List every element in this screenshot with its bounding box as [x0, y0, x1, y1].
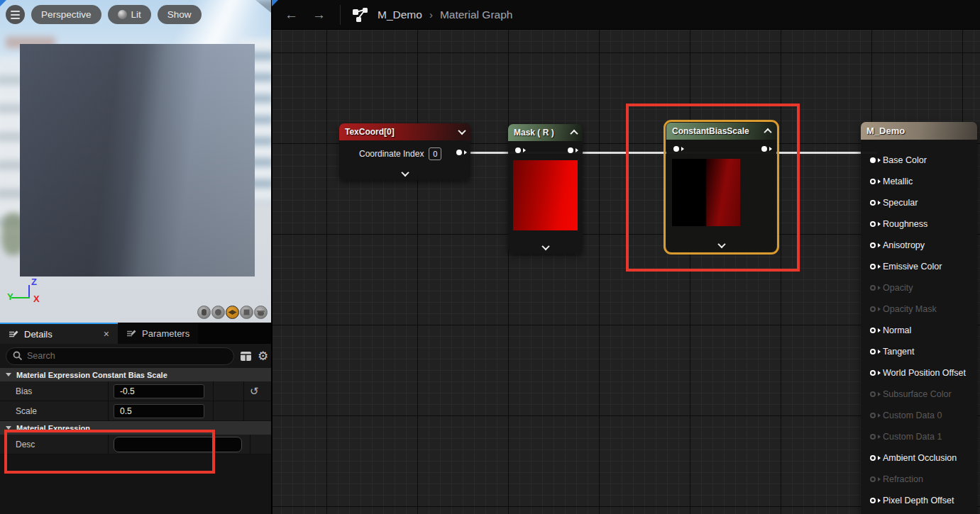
close-tab-icon[interactable]: ×	[104, 328, 109, 340]
coordinate-index-input[interactable]: 0	[429, 147, 441, 160]
material-input-pin[interactable]	[870, 328, 876, 333]
viewport-toolbar: Perspective Lit Show	[6, 5, 202, 24]
material-preview-viewport[interactable]: Perspective Lit Show Z Y X	[0, 0, 272, 323]
search-box[interactable]	[6, 347, 234, 365]
mask-output-pin[interactable]	[568, 147, 573, 153]
bias-input[interactable]	[114, 384, 204, 398]
mask-node-header[interactable]: Mask ( R )	[508, 124, 583, 141]
section-header-material-expression[interactable]: Material Expression	[0, 421, 272, 435]
material-output-pin-row: Emissive Color	[870, 256, 977, 277]
result-node-header[interactable]: M_Demo	[861, 122, 977, 140]
cbs-output-pin[interactable]	[761, 146, 767, 152]
material-input-pin[interactable]	[870, 455, 876, 461]
axis-z-label: Z	[31, 276, 37, 287]
material-input-pin[interactable]	[870, 349, 876, 354]
material-output-pin-row: World Position Offset	[870, 362, 977, 384]
viewport-menu-button[interactable]	[6, 5, 25, 24]
material-graph-icon	[352, 7, 369, 23]
node-texcoord[interactable]: TexCoord[0] Coordinate Index 0	[339, 123, 470, 180]
material-output-pin-row: Normal	[870, 320, 977, 341]
node-constant-bias-scale[interactable]: ConstantBiasScale	[666, 123, 776, 252]
view-options-icon[interactable]	[240, 351, 252, 362]
node-material-result[interactable]: M_Demo Base Color Metallic	[861, 122, 977, 514]
axis-x-label: X	[33, 294, 40, 304]
material-input-pin[interactable]	[870, 200, 876, 206]
material-output-pin-row: Opacity Mask	[870, 298, 977, 320]
material-input-pin[interactable]	[870, 264, 876, 269]
material-input-pin[interactable]	[870, 434, 876, 440]
material-input-pin[interactable]	[870, 476, 876, 482]
tab-details[interactable]: Details ×	[0, 323, 118, 344]
panel-divider[interactable]	[271, 0, 272, 514]
cbs-input-pin[interactable]	[673, 146, 679, 152]
preview-shape-cube-button[interactable]	[240, 306, 253, 319]
details-panel: Details × Parameters ⚙ Mate	[0, 323, 272, 514]
cbs-node-header[interactable]: ConstantBiasScale	[666, 123, 776, 140]
material-input-pin[interactable]	[870, 242, 876, 248]
result-node-pins: Base Color Metallic Specular Rou	[861, 140, 977, 514]
material-input-pin[interactable]	[870, 498, 876, 503]
desc-row: Desc	[0, 435, 272, 454]
material-input-pin[interactable]	[870, 391, 876, 397]
texcoord-output-pin[interactable]	[456, 150, 462, 155]
axis-y-label: Y	[7, 291, 13, 302]
mask-node-preview	[513, 160, 578, 230]
material-input-pin[interactable]	[870, 306, 876, 312]
material-output-pin-row: Opacity	[870, 277, 977, 298]
node-mask[interactable]: Mask ( R )	[508, 124, 583, 254]
preview-shape-sphere-button[interactable]	[211, 306, 225, 319]
perspective-button[interactable]: Perspective	[31, 5, 101, 24]
material-input-pin[interactable]	[870, 370, 876, 376]
section-header-constant-bias-scale[interactable]: Material Expression Constant Bias Scale	[0, 368, 272, 381]
preview-shape-teapot-button[interactable]	[254, 306, 268, 319]
search-icon	[13, 351, 23, 361]
reset-to-default-icon[interactable]: ↺	[250, 385, 259, 398]
chevron-down-icon[interactable]	[541, 242, 549, 250]
material-output-pin-row: Shading Model	[870, 511, 977, 514]
chevron-down-icon[interactable]	[458, 127, 466, 135]
tab-parameters[interactable]: Parameters	[118, 323, 198, 344]
details-body: Material Expression Constant Bias Scale …	[0, 368, 272, 514]
material-input-pin[interactable]	[870, 285, 876, 291]
cbs-node-preview	[672, 159, 740, 226]
details-tab-bar: Details × Parameters	[0, 323, 272, 344]
material-graph-canvas[interactable]: TexCoord[0] Coordinate Index 0 Mask ( R …	[272, 30, 980, 514]
settings-gear-icon[interactable]: ⚙	[258, 350, 268, 362]
chevron-down-icon[interactable]	[401, 169, 409, 177]
show-button[interactable]: Show	[158, 5, 202, 24]
breadcrumb-page[interactable]: Material Graph	[440, 9, 513, 21]
material-input-pin[interactable]	[870, 413, 876, 418]
material-output-pin-row: Subsurface Color	[870, 384, 977, 405]
active-tab-corner-indicator	[272, 0, 278, 6]
section-expander-icon	[6, 426, 11, 430]
details-search-row: ⚙	[0, 344, 272, 368]
scale-input[interactable]	[114, 404, 204, 418]
material-output-pin-row: Metallic	[870, 171, 977, 192]
chevron-down-icon[interactable]	[717, 240, 725, 248]
material-output-pin-row: Ambient Occlusion	[870, 447, 977, 469]
lit-mode-button[interactable]: Lit	[108, 5, 151, 24]
forward-arrow-button[interactable]: →	[305, 7, 333, 23]
material-output-pin-row: Roughness	[870, 213, 977, 235]
axis-gizmo: Z Y X	[0, 276, 78, 308]
toolbar-separator	[340, 5, 341, 25]
parameters-tab-icon	[126, 329, 137, 338]
search-input[interactable]	[27, 351, 227, 361]
chevron-up-icon[interactable]	[570, 130, 578, 138]
mask-input-pin[interactable]	[515, 147, 521, 153]
back-arrow-button[interactable]: ←	[277, 7, 305, 23]
texcoord-node-header[interactable]: TexCoord[0]	[339, 123, 470, 140]
breadcrumb-separator-icon: ›	[429, 9, 433, 21]
breadcrumb-asset[interactable]: M_Demo	[378, 9, 422, 21]
material-input-pin[interactable]	[870, 157, 876, 163]
scale-row: Scale	[0, 401, 272, 421]
preview-shape-plane-button[interactable]	[226, 306, 239, 319]
preview-shape-cylinder-button[interactable]	[197, 306, 211, 319]
material-output-pin-row: Tangent	[870, 341, 977, 362]
material-input-pin[interactable]	[870, 179, 876, 184]
material-input-pin[interactable]	[870, 221, 876, 227]
material-output-pin-row: Pixel Depth Offset	[870, 490, 977, 511]
chevron-up-icon[interactable]	[764, 128, 771, 136]
desc-input[interactable]	[114, 437, 242, 452]
lit-sphere-icon	[118, 10, 127, 19]
